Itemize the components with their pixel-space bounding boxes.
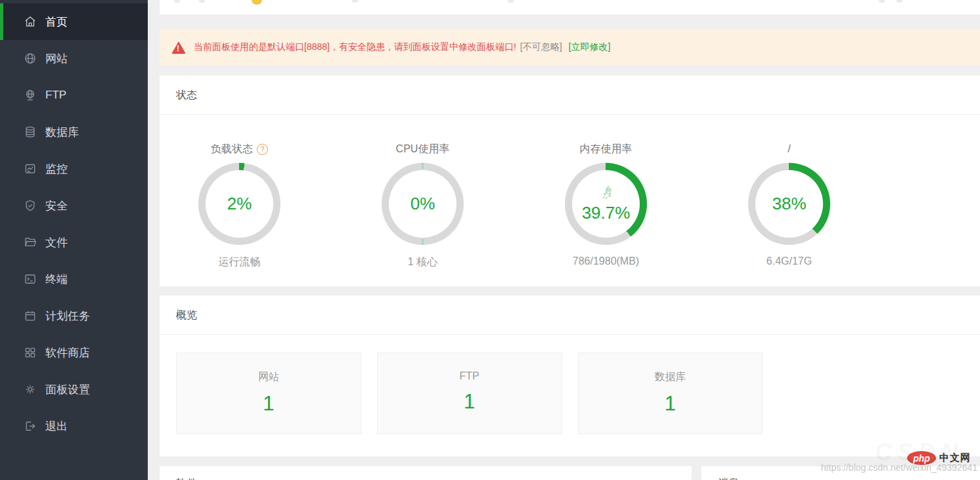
- card-label: 数据库: [654, 370, 686, 384]
- sidebar-item-label: 面板设置: [45, 382, 90, 397]
- gauge-sublabel: 6.4G/17G: [767, 255, 812, 267]
- sidebar-item-cron[interactable]: 计划任务: [0, 297, 148, 334]
- card-ftp[interactable]: FTP 1: [377, 353, 562, 434]
- gauge-sublabel: 786/1980(MB): [573, 255, 639, 267]
- appstore-icon: [24, 346, 37, 359]
- gauge-title: 负载状态 ?: [211, 142, 268, 156]
- sidebar-menu: 首页 网站 FTP 数据库 监控 安全 文件 终端: [0, 0, 148, 445]
- overview-panel: 概览 网站 1 FTP 1 数据库 1: [160, 295, 980, 456]
- header-fragment: [508, 0, 514, 3]
- card-database[interactable]: 数据库 1: [578, 353, 763, 434]
- gauge-ring: 2%: [198, 163, 280, 245]
- calendar-icon: [24, 309, 37, 322]
- gauge-title: /: [788, 142, 790, 156]
- header-fragment: [174, 0, 180, 3]
- sidebar-item-security[interactable]: 安全: [0, 187, 148, 224]
- globe-icon: [24, 52, 37, 65]
- software-panel-title: 软件: [160, 466, 692, 480]
- card-label: FTP: [460, 370, 479, 382]
- overview-cards: 网站 1 FTP 1 数据库 1: [176, 353, 964, 434]
- sidebar-item-label: 首页: [45, 14, 68, 30]
- ftp-globe-icon: [24, 89, 37, 102]
- sidebar-item-label: 文件: [45, 235, 68, 250]
- help-icon[interactable]: ?: [257, 144, 268, 155]
- sidebar-item-ftp[interactable]: FTP: [0, 77, 148, 114]
- gauge-disk-root: / 38% 6.4G/17G: [698, 116, 881, 269]
- sidebar-item-website[interactable]: 网站: [0, 40, 148, 77]
- message-panel-cutoff: 消息: [702, 466, 980, 480]
- gauge-title: CPU使用率: [396, 142, 450, 156]
- message-panel-title: 消息: [702, 466, 980, 480]
- sidebar-item-label: 数据库: [45, 125, 79, 140]
- header-fragment: [879, 0, 885, 3]
- gauge-memory: 内存使用率 39.7% 786/1980(MB): [514, 116, 698, 269]
- cutoff-top-header: [160, 0, 980, 14]
- sidebar-item-label: 计划任务: [45, 309, 90, 324]
- sidebar-item-label: 终端: [45, 272, 68, 287]
- sidebar-item-logout[interactable]: 退出: [0, 408, 148, 445]
- sidebar-item-terminal[interactable]: 终端: [0, 261, 148, 297]
- gauges-row: 负载状态 ? 2% 运行流畅 CPU使用率 0% 1 核心: [148, 116, 881, 269]
- home-icon: [24, 15, 37, 28]
- gauge-load: 负载状态 ? 2% 运行流畅: [148, 116, 331, 269]
- gauge-value: 38%: [772, 194, 806, 214]
- gauge-value: 39.7%: [582, 203, 631, 223]
- sidebar: 首页 网站 FTP 数据库 监控 安全 文件 终端: [0, 0, 148, 480]
- card-count: 1: [665, 392, 676, 416]
- overview-panel-title: 概览: [160, 295, 980, 335]
- gauge-ring: 38%: [748, 163, 830, 245]
- shield-icon: [24, 199, 37, 212]
- terminal-icon: [24, 273, 37, 286]
- sidebar-item-label: 退出: [45, 419, 68, 434]
- gauge-title: 内存使用率: [580, 142, 633, 156]
- sidebar-item-home[interactable]: 首页: [0, 3, 148, 40]
- sidebar-item-label: 软件商店: [45, 345, 90, 360]
- gauge-ring: 39.7%: [565, 163, 647, 245]
- gauge-title-text: CPU使用率: [396, 142, 450, 156]
- sidebar-item-monitor[interactable]: 监控: [0, 150, 148, 187]
- status-panel-title: 状态: [160, 76, 980, 115]
- port-warning-banner: 当前面板使用的是默认端口[8888]，有安全隐患，请到面板设置中修改面板端口! …: [160, 29, 980, 66]
- gauge-sublabel: 运行流畅: [219, 255, 261, 269]
- status-panel: 状态 负载状态 ? 2% 运行流畅 CPU使用率 0%: [160, 76, 980, 286]
- gauge-value: 0%: [411, 194, 435, 214]
- folder-icon: [24, 236, 37, 249]
- gauge-value: 2%: [227, 194, 252, 214]
- gauge-ring: 0%: [382, 163, 464, 245]
- sidebar-item-appstore[interactable]: 软件商店: [0, 334, 148, 371]
- gauge-tick: [422, 239, 424, 245]
- gear-icon: [24, 383, 37, 396]
- gauge-cpu: CPU使用率 0% 1 核心: [331, 116, 514, 269]
- gauge-sublabel: 1 核心: [408, 255, 437, 269]
- fix-now-link[interactable]: [立即修改]: [569, 41, 611, 53]
- header-fragment: [897, 0, 902, 3]
- rocket-icon: [598, 185, 615, 202]
- gauge-title-text: 负载状态: [211, 142, 253, 156]
- gauge-title-text: /: [788, 143, 790, 155]
- card-count: 1: [263, 392, 274, 416]
- logout-icon: [24, 420, 37, 433]
- warning-note: [不可忽略]: [520, 41, 562, 53]
- warning-triangle-icon: [171, 41, 186, 54]
- software-panel-cutoff: 软件: [160, 466, 692, 480]
- sidebar-item-label: FTP: [45, 89, 66, 102]
- card-count: 1: [464, 390, 475, 414]
- warning-message: 当前面板使用的是默认端口[8888]，有安全隐患，请到面板设置中修改面板端口!: [194, 41, 516, 53]
- monitor-icon: [24, 162, 37, 175]
- card-website[interactable]: 网站 1: [176, 353, 361, 434]
- header-fragment: [199, 0, 205, 3]
- sidebar-item-label: 安全: [45, 198, 68, 213]
- bell-icon-fragment: [252, 0, 262, 5]
- sidebar-item-files[interactable]: 文件: [0, 224, 148, 261]
- sidebar-item-database[interactable]: 数据库: [0, 114, 148, 150]
- card-label: 网站: [258, 370, 279, 384]
- database-icon: [24, 125, 37, 139]
- gauge-tick: [422, 163, 424, 169]
- header-fragment: [352, 0, 358, 3]
- sidebar-item-settings[interactable]: 面板设置: [0, 371, 148, 408]
- sidebar-item-label: 网站: [45, 51, 68, 66]
- sidebar-item-label: 监控: [45, 162, 68, 177]
- gauge-title-text: 内存使用率: [580, 142, 633, 156]
